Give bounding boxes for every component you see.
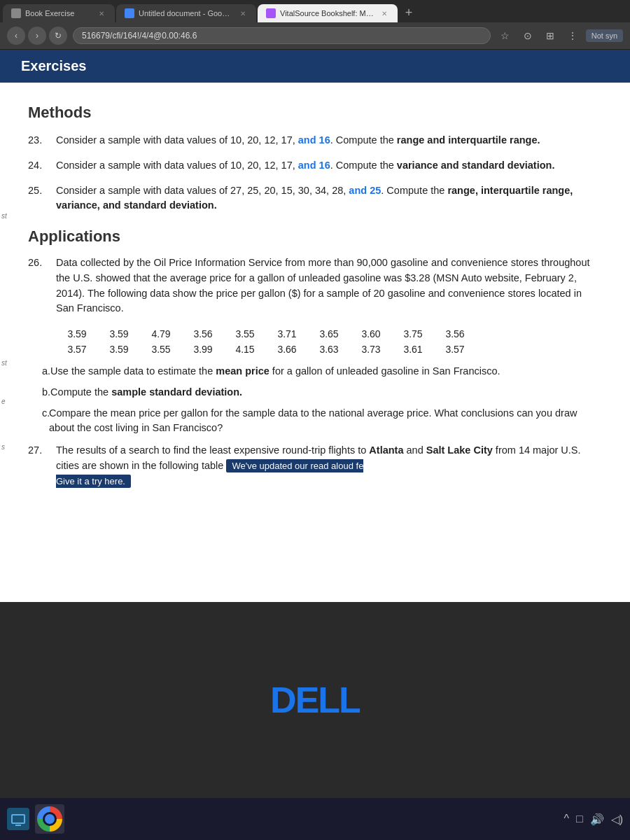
tab-close-2[interactable]: ✕ xyxy=(238,8,248,18)
tab-vitalsource[interactable]: VitalSource Bookshelf: Modern B ✕ xyxy=(258,4,398,22)
data-cell-r2c8: 3.73 xyxy=(350,342,392,357)
exercise-27-text: The results of a search to find the leas… xyxy=(56,443,602,489)
page-content: Exercises st st e s Methods 23. Consider… xyxy=(0,50,630,652)
tab-google-doc[interactable]: Untitled document - Google Doc ✕ xyxy=(116,4,256,22)
data-cell-r2c3: 3.55 xyxy=(140,342,182,357)
exercise-24: 24. Consider a sample with data values o… xyxy=(28,158,602,174)
left-annotation-s: s xyxy=(1,443,5,451)
methods-title: Methods xyxy=(28,104,602,122)
nav-buttons: ‹ › ↻ xyxy=(7,27,67,45)
exercise-23-num: 23. xyxy=(28,133,56,148)
tab-title-1: Book Exercise xyxy=(25,9,92,18)
exercise-26-text: Data collected by the Oil Price Informat… xyxy=(56,255,602,316)
data-cell-r1c4: 3.56 xyxy=(182,326,224,342)
sub-text-b: Compute the sample standard deviation. xyxy=(50,385,242,400)
tab-book-exercise[interactable]: Book Exercise ✕ xyxy=(3,4,115,22)
bookmark-icon[interactable]: ☆ xyxy=(496,27,514,45)
left-annotation-st-2: st xyxy=(1,359,7,367)
content-body: st st e s Methods 23. Consider a sample … xyxy=(0,83,630,652)
sub-item-c: c. Compare the mean price per gallon for… xyxy=(28,406,602,437)
tab-title-3: VitalSource Bookshelf: Modern B xyxy=(280,9,375,18)
data-cell-r1c2: 3.59 xyxy=(98,326,140,342)
taskbar: ^ □ 🔊 ◁) xyxy=(0,798,630,840)
exercise-27-num: 27. xyxy=(28,443,56,489)
data-cell-r1c10: 3.56 xyxy=(434,326,476,342)
sub-text-c: Compare the mean price per gallon for th… xyxy=(49,406,602,437)
taskbar-chrome-icon[interactable] xyxy=(35,804,64,834)
audio-icon-tray: ◁) xyxy=(611,813,623,826)
desktop-area: DELL xyxy=(0,602,630,798)
sub-item-a: a. Use the sample data to estimate the m… xyxy=(28,364,602,379)
address-input[interactable] xyxy=(73,27,491,44)
tab-close-1[interactable]: ✕ xyxy=(97,8,106,18)
up-arrow-icon: ^ xyxy=(564,813,569,825)
data-table: 3.59 3.59 4.79 3.56 3.55 3.71 3.65 3.60 … xyxy=(56,326,602,357)
browser-chrome: Book Exercise ✕ Untitled document - Goog… xyxy=(0,0,630,50)
tab-icon-1 xyxy=(11,8,21,18)
data-cell-r1c6: 3.71 xyxy=(266,326,308,342)
tab-icon-2 xyxy=(125,8,134,18)
data-cell-r2c9: 3.61 xyxy=(392,342,434,357)
data-cell-r1c3: 4.79 xyxy=(140,326,182,342)
sub-item-b: b. Compute the sample standard deviation… xyxy=(28,385,602,400)
data-cell-r1c5: 3.55 xyxy=(224,326,266,342)
data-cell-r2c4: 3.99 xyxy=(182,342,224,357)
tab-bar: Book Exercise ✕ Untitled document - Goog… xyxy=(0,0,630,22)
left-annotation-st-1: st xyxy=(1,212,7,220)
data-cell-r2c10: 3.57 xyxy=(434,342,476,357)
left-annotation-e: e xyxy=(1,398,6,405)
exercise-25-text: Consider a sample with data values of 27… xyxy=(56,183,602,214)
data-cell-r2c2: 3.59 xyxy=(98,342,140,357)
data-cell-r1c7: 3.65 xyxy=(308,326,350,342)
exercise-26-num: 26. xyxy=(28,255,56,316)
forward-button[interactable]: › xyxy=(28,27,46,45)
data-cell-r2c6: 3.66 xyxy=(266,342,308,357)
new-tab-button[interactable]: + xyxy=(399,3,419,22)
profile-icon[interactable]: ⊙ xyxy=(519,27,537,45)
chrome-logo xyxy=(37,806,62,832)
exercise-27: 27. The results of a search to find the … xyxy=(28,443,602,489)
speaker-icon: 🔊 xyxy=(590,813,604,826)
data-cell-r1c8: 3.60 xyxy=(350,326,392,342)
exercise-23: 23. Consider a sample with data values o… xyxy=(28,133,602,148)
sync-status: Not syn xyxy=(586,29,623,42)
exercise-25: 25. Consider a sample with data values o… xyxy=(28,183,602,214)
tab-title-2: Untitled document - Google Doc xyxy=(139,9,234,18)
back-button[interactable]: ‹ xyxy=(7,27,25,45)
taskbar-monitor-icon[interactable] xyxy=(7,808,29,830)
applications-title: Applications xyxy=(28,227,602,246)
screen-icon: □ xyxy=(576,813,583,825)
browser-actions: ☆ ⊙ ⊞ ⋮ Not syn xyxy=(496,27,623,45)
data-cell-r1c9: 3.75 xyxy=(392,326,434,342)
extensions-icon[interactable]: ⊞ xyxy=(541,27,559,45)
sub-text-a: Use the sample data to estimate the mean… xyxy=(50,364,500,379)
data-cell-r2c1: 3.57 xyxy=(56,342,98,357)
data-cell-r2c7: 3.63 xyxy=(308,342,350,357)
exercise-24-text: Consider a sample with data values of 10… xyxy=(56,158,602,174)
tab-close-3[interactable]: ✕ xyxy=(379,8,389,18)
system-tray: ^ □ 🔊 ◁) xyxy=(564,813,623,826)
menu-icon[interactable]: ⋮ xyxy=(564,27,582,45)
address-bar-row: ‹ › ↻ ☆ ⊙ ⊞ ⋮ Not syn xyxy=(0,22,630,49)
sub-label-a: a. xyxy=(28,364,50,379)
data-cell-r1c1: 3.59 xyxy=(56,326,98,342)
exercise-25-num: 25. xyxy=(28,183,56,214)
sub-label-c: c. xyxy=(28,406,49,437)
reload-button[interactable]: ↻ xyxy=(49,27,67,45)
data-cell-r2c5: 4.15 xyxy=(224,342,266,357)
sub-label-b: b. xyxy=(28,385,50,400)
exercise-23-text: Consider a sample with data values of 10… xyxy=(56,133,602,148)
dell-logo: DELL xyxy=(270,679,360,721)
exercise-26: 26. Data collected by the Oil Price Info… xyxy=(28,255,602,316)
exercise-24-num: 24. xyxy=(28,158,56,174)
tab-icon-3 xyxy=(266,8,276,18)
exercises-header: Exercises xyxy=(0,50,630,83)
